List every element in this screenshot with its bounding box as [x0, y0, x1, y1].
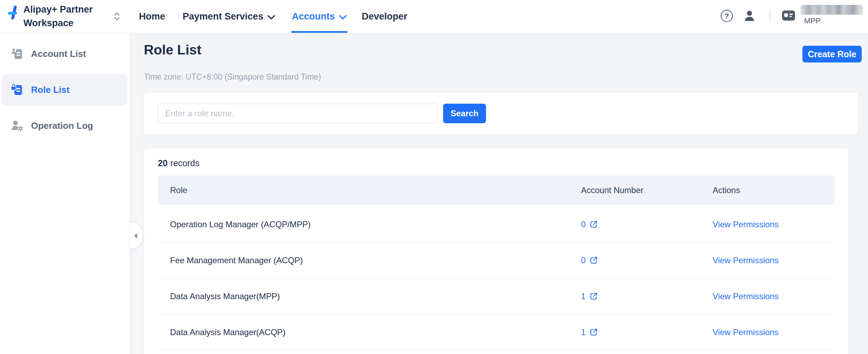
actions-cell: View Permissions [713, 206, 779, 243]
workspace-switcher-icon[interactable] [114, 12, 121, 21]
sidebar-item-role-list[interactable]: Role List [2, 74, 127, 106]
external-link-icon[interactable] [589, 328, 598, 337]
account-number-link[interactable]: 1 [581, 327, 598, 337]
sidebar-item-operation-log[interactable]: Operation Log [2, 110, 127, 142]
column-header-role: Role [170, 176, 187, 205]
sidebar: Account List Role List [0, 33, 130, 354]
external-link-icon[interactable] [589, 292, 598, 301]
account-number-cell: 0 [581, 242, 598, 278]
records-label: records [170, 158, 199, 168]
nav-label: Accounts [292, 11, 335, 22]
account-number-value: 1 [581, 292, 586, 301]
workspace-title-line2: Workspace [23, 16, 93, 30]
nav-item-developer[interactable]: Developer [362, 0, 407, 33]
table-body: Operation Log Manager (ACQP/MPP) 0 View … [158, 206, 834, 350]
external-link-icon[interactable] [589, 220, 598, 229]
role-name-cell: Fee Management Manager (ACQP) [170, 242, 303, 278]
actions-cell: View Permissions [713, 314, 779, 351]
table-row: Data Analysis Manager(MPP) 1 View Permis… [158, 278, 834, 314]
sidebar-item-label: Role List [31, 84, 69, 95]
table-header-row: Role Account Number Actions [158, 176, 834, 205]
role-table-panel: 20records Role Account Number Actions Op… [144, 148, 848, 354]
view-permissions-link[interactable]: View Permissions [713, 327, 779, 337]
nav-item-accounts[interactable]: Accounts [292, 0, 347, 33]
search-panel: Search [144, 93, 858, 134]
role-name-search-input[interactable] [158, 104, 437, 123]
entity-code-label: MPP [801, 16, 863, 25]
entity-name-redacted [801, 5, 863, 15]
nav-item-payment-services[interactable]: Payment Services [183, 0, 275, 33]
operation-log-icon [11, 119, 24, 132]
nav-item-home[interactable]: Home [139, 0, 165, 33]
entity-info: MPP [801, 5, 863, 25]
nav-label: Developer [362, 11, 407, 22]
sidebar-item-label: Account List [31, 49, 86, 59]
account-number-link[interactable]: 0 [581, 220, 598, 229]
account-number-value: 0 [581, 256, 586, 265]
nav-label: Home [139, 11, 165, 22]
top-bar: Alipay+ Partner Workspace Home Payment S… [0, 0, 868, 33]
external-link-icon[interactable] [589, 256, 598, 265]
question-mark-glyph: ? [724, 12, 729, 20]
header-divider [770, 9, 770, 22]
records-count: 20 [158, 158, 168, 168]
role-name-cell: Operation Log Manager (ACQP/MPP) [170, 206, 311, 242]
account-number-value: 1 [581, 327, 586, 337]
account-number-cell: 1 [581, 278, 598, 314]
page-title: Role List [144, 42, 201, 58]
account-list-icon [11, 47, 24, 60]
view-permissions-link[interactable]: View Permissions [713, 256, 779, 265]
view-permissions-link[interactable]: View Permissions [713, 220, 779, 229]
role-list-icon [11, 83, 24, 96]
search-button[interactable]: Search [443, 104, 486, 123]
role-name-cell: Data Analysis Manager(MPP) [170, 278, 280, 314]
help-icon[interactable]: ? [721, 10, 733, 22]
account-number-cell: 1 [581, 314, 598, 350]
account-number-link[interactable]: 0 [581, 256, 598, 265]
table-row: Fee Management Manager (ACQP) 0 View Per… [158, 242, 834, 278]
main-content: Role List Create Role Time zone: UTC+8:0… [130, 33, 868, 354]
app-window: Alipay+ Partner Workspace Home Payment S… [0, 0, 868, 354]
create-role-button[interactable]: Create Role [802, 46, 862, 62]
triangle-left-icon [133, 233, 138, 239]
sidebar-item-label: Operation Log [31, 120, 93, 131]
sidebar-item-account-list[interactable]: Account List [2, 38, 127, 70]
column-header-account-number: Account Number [581, 176, 643, 205]
column-header-actions: Actions [713, 176, 740, 205]
chevron-down-icon [267, 15, 275, 20]
account-number-link[interactable]: 1 [581, 292, 598, 301]
table-row: Data Analysis Manager(ACQP) 1 View Permi… [158, 314, 834, 350]
view-permissions-link[interactable]: View Permissions [713, 292, 779, 301]
timezone-note: Time zone: UTC+8:00 (Singapore Standard … [144, 72, 321, 82]
workspace-title: Alipay+ Partner Workspace [23, 3, 93, 30]
actions-cell: View Permissions [713, 242, 779, 279]
alipay-plus-logo-icon [7, 5, 20, 22]
entity-selector[interactable]: MPP [782, 5, 863, 25]
nav-label: Payment Services [183, 11, 263, 22]
user-icon[interactable] [744, 10, 755, 23]
account-number-cell: 0 [581, 206, 598, 242]
id-card-icon [782, 10, 795, 25]
records-count-line: 20records [158, 158, 199, 168]
table-row: Operation Log Manager (ACQP/MPP) 0 View … [158, 206, 834, 242]
workspace-title-line1: Alipay+ Partner [23, 3, 93, 16]
actions-cell: View Permissions [713, 278, 779, 315]
role-name-cell: Data Analysis Manager(ACQP) [170, 314, 286, 350]
account-number-value: 0 [581, 220, 586, 229]
chevron-down-icon [339, 15, 347, 20]
